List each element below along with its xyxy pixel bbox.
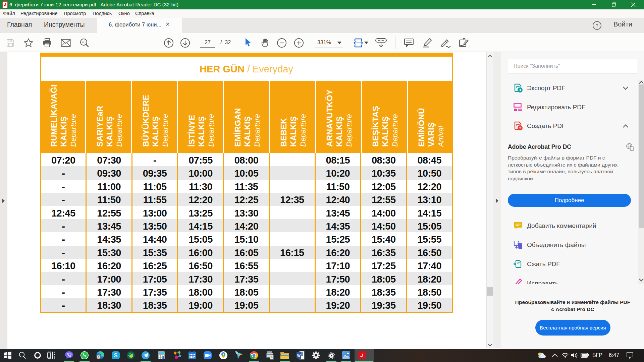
- svg-text:W: W: [297, 354, 301, 358]
- svg-text:S: S: [114, 353, 118, 358]
- svg-text:?: ?: [596, 23, 598, 28]
